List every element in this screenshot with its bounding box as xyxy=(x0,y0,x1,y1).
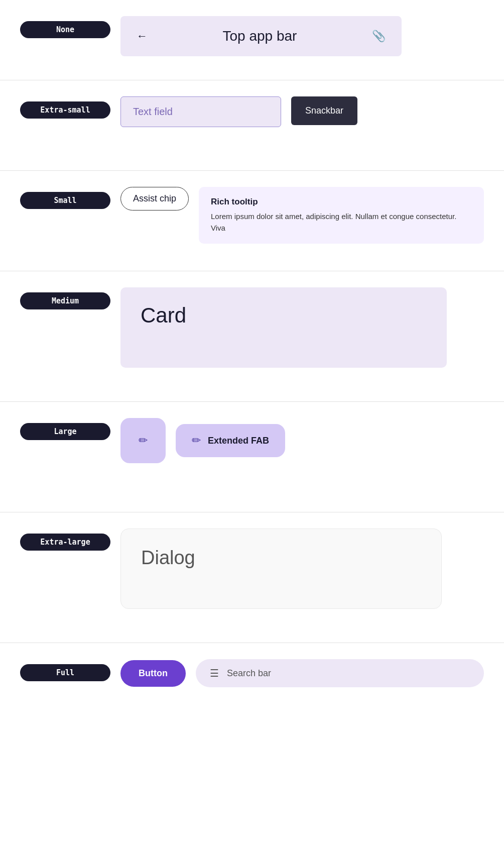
assist-chip[interactable]: Assist chip xyxy=(120,187,189,210)
section-extrasmall: Extra-small Text field Snackbar xyxy=(0,80,504,171)
search-bar[interactable]: ☰ Search bar xyxy=(196,659,484,687)
badge-none: None xyxy=(20,21,110,38)
search-bar-label: Search bar xyxy=(227,668,271,679)
rich-tooltip-title: Rich tooltip xyxy=(211,197,472,207)
attach-icon: 📎 xyxy=(372,30,386,43)
section-full: Full Button ☰ Search bar xyxy=(0,643,504,733)
section-extralarge: Extra-large Dialog xyxy=(0,512,504,643)
section-small-content: Assist chip Rich tooltip Lorem ipsum dol… xyxy=(120,187,484,244)
snackbar: Snackbar xyxy=(291,96,357,125)
text-field-placeholder: Text field xyxy=(133,106,173,117)
text-field[interactable]: Text field xyxy=(120,96,281,127)
top-app-bar: ← Top app bar 📎 xyxy=(120,16,402,56)
top-app-bar-title: Top app bar xyxy=(223,28,297,44)
section-none: None ← Top app bar 📎 xyxy=(0,0,504,80)
section-medium: Medium Card xyxy=(0,271,504,402)
fab-extended-icon: ✏ xyxy=(192,434,201,447)
badge-full: Full xyxy=(20,664,110,681)
fab-extended-label: Extended FAB xyxy=(208,436,269,446)
dialog: Dialog xyxy=(120,529,442,609)
badge-medium: Medium xyxy=(20,292,110,309)
primary-button[interactable]: Button xyxy=(120,660,186,687)
section-none-content: ← Top app bar 📎 xyxy=(120,16,484,56)
fab-icon-only[interactable]: ✏ xyxy=(120,418,166,463)
section-medium-content: Card xyxy=(120,287,484,368)
fab-extended[interactable]: ✏ Extended FAB xyxy=(176,424,285,457)
rich-tooltip: Rich tooltip Lorem ipsum dolor sit amet,… xyxy=(199,187,484,244)
dialog-title: Dialog xyxy=(141,547,421,569)
pencil-icon: ✏ xyxy=(139,434,148,447)
section-large-content: ✏ ✏ Extended FAB xyxy=(120,418,484,463)
section-small: Small Assist chip Rich tooltip Lorem ips… xyxy=(0,171,504,271)
badge-extralarge: Extra-large xyxy=(20,534,110,551)
rich-tooltip-text: Lorem ipsum dolor sit amet, adipiscing e… xyxy=(211,211,472,234)
section-extrasmall-content: Text field Snackbar xyxy=(120,96,484,127)
section-extralarge-content: Dialog xyxy=(120,529,484,609)
section-full-content: Button ☰ Search bar xyxy=(120,659,484,687)
badge-small: Small xyxy=(20,192,110,209)
badge-large: Large xyxy=(20,423,110,440)
hamburger-icon: ☰ xyxy=(210,667,219,679)
back-icon[interactable]: ← xyxy=(137,30,148,43)
card: Card xyxy=(120,287,447,368)
section-large: Large ✏ ✏ Extended FAB xyxy=(0,402,504,512)
badge-extrasmall: Extra-small xyxy=(20,101,110,119)
card-title: Card xyxy=(141,303,427,328)
